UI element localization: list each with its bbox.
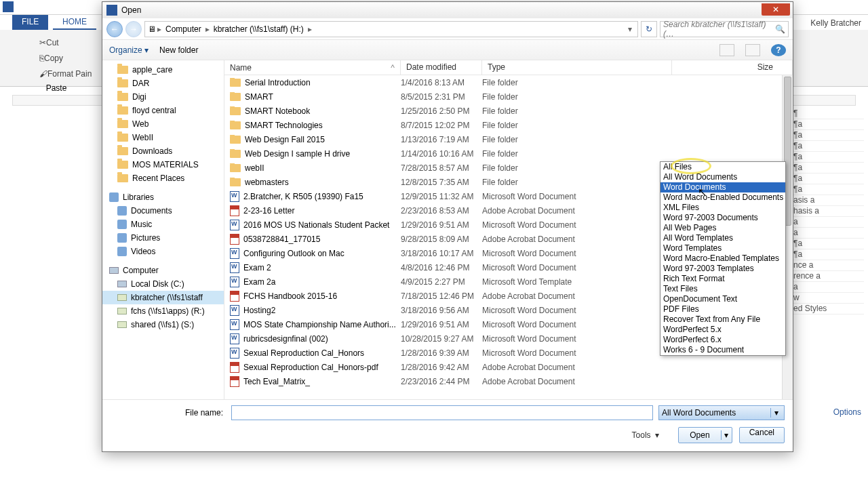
- col-name[interactable]: Name^: [224, 60, 401, 75]
- nav-pane[interactable]: apple_careDARDigifloyd centralWebWebIIDo…: [102, 60, 224, 399]
- dialog-titlebar[interactable]: Open ✕: [102, 2, 793, 18]
- filetype-option[interactable]: Rich Text Format: [660, 274, 785, 284]
- nav-folder[interactable]: DAR: [102, 77, 224, 90]
- cut-button[interactable]: ✂ Cut: [39, 35, 100, 49]
- tools-button[interactable]: Tools ▾: [632, 430, 660, 440]
- nav-drive[interactable]: Local Disk (C:): [102, 277, 224, 291]
- nav-folder[interactable]: floyd central: [102, 104, 224, 117]
- style-item[interactable]: ¶a: [789, 141, 864, 152]
- filetype-option[interactable]: XML Files: [660, 203, 785, 213]
- format-painter-button[interactable]: 🖌 Format Pain: [39, 66, 100, 81]
- style-item[interactable]: ed Styles: [789, 304, 864, 314]
- style-item[interactable]: hasis a: [789, 206, 864, 217]
- style-item[interactable]: ¶a: [789, 130, 864, 141]
- nav-folder[interactable]: MOS MATERIALS: [102, 158, 224, 171]
- style-item[interactable]: a: [789, 228, 864, 239]
- nav-library[interactable]: Videos: [102, 245, 224, 258]
- col-type[interactable]: Type: [482, 60, 672, 75]
- nav-drive[interactable]: shared (\\fs1) (S:): [102, 318, 224, 331]
- filetype-option[interactable]: PDF Files: [660, 304, 785, 314]
- nav-folder[interactable]: WebII: [102, 131, 224, 144]
- style-item[interactable]: ¶a: [789, 239, 864, 249]
- style-item[interactable]: a: [789, 282, 864, 293]
- file-row[interactable]: SMART Notebook 1/25/2016 2:50 PM File fo…: [224, 104, 793, 118]
- col-size[interactable]: Size: [672, 60, 793, 75]
- filetype-option[interactable]: Word Templates: [660, 243, 785, 253]
- user-name[interactable]: Kelly Bratcher: [810, 18, 861, 28]
- style-item[interactable]: a: [789, 217, 864, 228]
- style-item[interactable]: w: [789, 293, 864, 304]
- open-button[interactable]: Open▾: [678, 427, 732, 443]
- filetype-option[interactable]: Word 97-2003 Templates: [660, 264, 785, 274]
- filetype-option[interactable]: OpenDocument Text: [660, 294, 785, 304]
- organize-button[interactable]: Organize ▾: [109, 45, 149, 55]
- view-button[interactable]: [719, 44, 734, 56]
- file-row[interactable]: SMART 8/5/2015 2:31 PM File folder: [224, 89, 793, 104]
- filetype-option[interactable]: Recover Text from Any File: [660, 314, 785, 325]
- breadcrumb[interactable]: 🖥 ▸ Computer ▸ kbratcher (\\fs1\staff) (…: [144, 21, 638, 37]
- chevron-right-icon[interactable]: ▸: [308, 24, 312, 34]
- nav-library[interactable]: Music: [102, 218, 224, 231]
- back-button[interactable]: ←: [106, 21, 123, 37]
- cancel-button[interactable]: Cancel: [739, 427, 785, 443]
- paste-button[interactable]: Paste: [12, 83, 100, 93]
- forward-button[interactable]: →: [125, 21, 142, 37]
- chevron-right-icon[interactable]: ▸: [157, 24, 161, 34]
- filetype-option[interactable]: Word Documents: [660, 182, 785, 192]
- filetype-option[interactable]: Text Files: [660, 284, 785, 294]
- filetype-option[interactable]: Word 97-2003 Documents: [660, 213, 785, 223]
- nav-computer-header[interactable]: Computer: [102, 264, 224, 277]
- nav-drive[interactable]: kbratcher (\\fs1\staff: [102, 291, 224, 304]
- crumb-dropdown[interactable]: ▾: [625, 24, 635, 34]
- filetype-combo[interactable]: All Word Documents ▾: [658, 405, 785, 420]
- style-item[interactable]: ¶a: [789, 119, 864, 130]
- open-split-chevron[interactable]: ▾: [721, 430, 732, 440]
- chevron-down-icon[interactable]: ▾: [770, 408, 781, 418]
- nav-library[interactable]: Documents: [102, 204, 224, 218]
- chevron-right-icon[interactable]: ▸: [205, 24, 210, 34]
- filetype-option[interactable]: Word Macro-Enabled Templates: [660, 253, 785, 264]
- file-row[interactable]: Tech Eval_Matrix_ 2/23/2016 2:44 PM Adob…: [224, 374, 793, 388]
- refresh-button[interactable]: ↻: [641, 21, 657, 37]
- filetype-option[interactable]: All Word Documents: [660, 172, 785, 182]
- new-folder-button[interactable]: New folder: [159, 45, 198, 55]
- filetype-option[interactable]: All Web Pages: [660, 223, 785, 233]
- nav-folder[interactable]: Downloads: [102, 144, 224, 158]
- styles-options-link[interactable]: Options: [833, 407, 861, 417]
- filetype-option[interactable]: WordPerfect 6.x: [660, 335, 785, 345]
- help-button[interactable]: ?: [771, 44, 786, 56]
- column-headers[interactable]: Name^ Date modified Type Size: [224, 60, 793, 75]
- filetype-option[interactable]: All Word Templates: [660, 233, 785, 243]
- style-item[interactable]: ¶: [789, 108, 864, 119]
- crumb-computer[interactable]: Computer: [163, 24, 204, 34]
- file-row[interactable]: Sexual Reproduction Cal_Honors-pdf 1/28/…: [224, 360, 793, 374]
- style-item[interactable]: ¶a: [789, 163, 864, 174]
- nav-drive[interactable]: fchs (\\fs1\apps) (R:): [102, 304, 224, 318]
- file-row[interactable]: Web Design Fall 2015 1/13/2016 7:19 AM F…: [224, 132, 793, 146]
- style-item[interactable]: ¶a: [789, 174, 864, 184]
- nav-folder[interactable]: Web: [102, 117, 224, 131]
- style-item[interactable]: rence a: [789, 271, 864, 282]
- style-item[interactable]: nce a: [789, 260, 864, 271]
- nav-folder[interactable]: Digi: [102, 90, 224, 104]
- file-row[interactable]: SMART Technologies 8/7/2015 12:02 PM Fil…: [224, 118, 793, 132]
- nav-library[interactable]: Pictures: [102, 231, 224, 245]
- nav-folder[interactable]: apple_care: [102, 63, 224, 77]
- nav-folder[interactable]: Recent Places: [102, 171, 224, 185]
- crumb-drive[interactable]: kbratcher (\\fs1\staff) (H:): [211, 24, 307, 34]
- filetype-option[interactable]: Works 6 - 9 Document: [660, 345, 785, 355]
- home-tab[interactable]: HOME: [53, 15, 96, 30]
- col-date[interactable]: Date modified: [401, 60, 482, 75]
- style-item[interactable]: ¶a: [789, 184, 864, 195]
- file-tab[interactable]: FILE: [12, 15, 48, 30]
- filetype-option[interactable]: WordPerfect 5.x: [660, 325, 785, 335]
- filetype-dropdown-list[interactable]: All FilesAll Word DocumentsWord Document…: [660, 161, 786, 356]
- file-row[interactable]: Web Design I sample H drive 1/14/2016 10…: [224, 146, 793, 161]
- filetype-option[interactable]: Word Macro-Enabled Documents: [660, 192, 785, 203]
- copy-button[interactable]: ⎘ Copy: [39, 51, 100, 65]
- styles-pane[interactable]: ¶¶a¶a¶a¶a¶a¶a¶aasis ahasis aaa¶a¶ance ar…: [789, 108, 864, 481]
- file-row[interactable]: Serial Introduction 1/4/2016 8:13 AM Fil…: [224, 75, 793, 89]
- style-item[interactable]: asis a: [789, 195, 864, 206]
- style-item[interactable]: ¶a: [789, 249, 864, 260]
- close-button[interactable]: ✕: [762, 3, 790, 16]
